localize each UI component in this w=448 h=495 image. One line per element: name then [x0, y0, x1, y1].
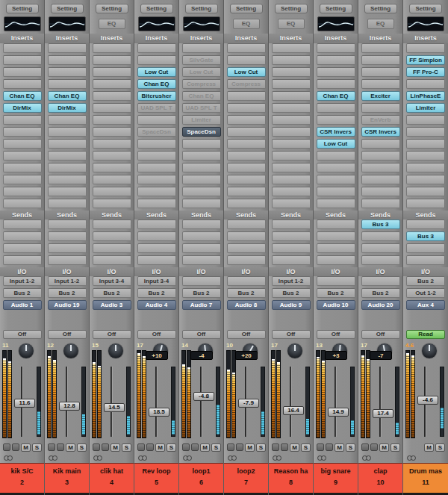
insert-slot[interactable]: DirMix — [48, 103, 87, 113]
track-label[interactable]: Audio 1 — [3, 300, 42, 310]
fader-cap[interactable]: 17.4 — [373, 409, 393, 418]
insert-slot[interactable] — [137, 115, 176, 125]
nameplate[interactable]: loop1 6 — [179, 463, 223, 493]
insert-slot[interactable] — [361, 187, 400, 196]
insert-slot[interactable] — [361, 163, 400, 172]
output-slot[interactable]: Out 1-2 — [406, 288, 445, 298]
automation-button[interactable]: Off — [317, 330, 355, 339]
input-monitor-button[interactable] — [281, 443, 288, 451]
automation-button[interactable]: Off — [93, 330, 131, 339]
insert-slot[interactable] — [272, 175, 311, 184]
fader-track[interactable] — [379, 367, 382, 437]
insert-slot[interactable] — [406, 115, 445, 125]
automation-button[interactable]: Off — [227, 330, 266, 339]
input-slot[interactable]: Input 1-2 — [272, 276, 311, 286]
insert-slot[interactable] — [48, 127, 87, 137]
setting-button[interactable]: Setting — [140, 4, 173, 13]
mute-button[interactable]: M — [335, 443, 344, 452]
track-label[interactable]: Audio 4 — [137, 300, 176, 310]
send-slot[interactable] — [93, 243, 131, 253]
insert-slot[interactable] — [227, 139, 266, 149]
eq-curve-display[interactable] — [183, 16, 220, 31]
send-slot[interactable] — [317, 220, 355, 229]
automation-button[interactable]: Off — [272, 330, 311, 339]
record-button[interactable] — [137, 443, 145, 451]
stereo-format-icon[interactable] — [52, 455, 57, 461]
eq-curve-display[interactable] — [4, 16, 41, 31]
insert-slot[interactable] — [406, 187, 445, 196]
insert-slot[interactable] — [3, 79, 42, 89]
send-slot[interactable] — [227, 255, 266, 265]
insert-slot[interactable]: Limiter — [406, 103, 445, 113]
send-slot[interactable] — [361, 255, 400, 265]
insert-slot[interactable] — [406, 199, 445, 208]
fader-track[interactable] — [335, 367, 337, 437]
send-slot[interactable] — [48, 220, 87, 229]
send-slot[interactable]: Bus 3 — [406, 231, 445, 241]
output-slot[interactable]: Bus 2 — [182, 288, 221, 298]
nameplate[interactable]: kik S/C 2 — [0, 463, 44, 493]
fader-track[interactable] — [111, 367, 113, 437]
eq-curve-display[interactable] — [49, 16, 86, 31]
insert-slot[interactable]: SilvGate — [182, 55, 221, 65]
send-slot[interactable] — [227, 231, 266, 241]
output-slot[interactable]: Bus 2 — [272, 288, 311, 298]
insert-slot[interactable] — [406, 43, 445, 53]
insert-slot[interactable] — [3, 139, 42, 149]
insert-slot[interactable]: Chan EQ — [137, 79, 176, 89]
send-slot[interactable] — [3, 231, 42, 241]
send-slot[interactable] — [227, 243, 266, 253]
send-slot[interactable] — [93, 255, 131, 265]
insert-slot[interactable]: CSR Invers — [361, 127, 400, 137]
insert-slot[interactable] — [48, 175, 87, 184]
automation-button[interactable]: Off — [3, 330, 42, 339]
insert-slot[interactable]: Low Cut — [227, 67, 266, 77]
insert-slot[interactable] — [317, 187, 355, 196]
setting-button[interactable]: Setting — [185, 4, 218, 13]
insert-slot[interactable] — [3, 151, 42, 161]
output-slot[interactable]: Bus 2 — [3, 288, 42, 298]
solo-button[interactable]: S — [346, 443, 355, 452]
record-button[interactable] — [182, 443, 190, 451]
insert-slot[interactable] — [48, 79, 87, 89]
input-slot[interactable]: Input 1-2 — [48, 276, 87, 286]
nameplate[interactable]: clap 10 — [358, 463, 402, 493]
send-slot[interactable] — [48, 243, 87, 253]
nameplate[interactable]: clik hat 4 — [90, 463, 134, 493]
insert-slot[interactable]: Chan EQ — [3, 91, 42, 101]
insert-slot[interactable]: Limiter — [182, 115, 221, 125]
insert-slot[interactable] — [182, 139, 221, 149]
solo-button[interactable]: S — [122, 443, 131, 452]
input-monitor-button[interactable] — [102, 443, 109, 451]
insert-slot[interactable] — [406, 175, 445, 184]
eq-text-button[interactable]: EQ — [367, 19, 394, 29]
insert-slot[interactable] — [3, 175, 42, 184]
fader-track[interactable] — [290, 367, 292, 437]
eq-curve-display[interactable] — [407, 16, 444, 31]
output-slot[interactable]: Bus 2 — [227, 288, 266, 298]
stereo-format-icon[interactable] — [187, 455, 192, 461]
insert-slot[interactable]: Bitcrusher — [137, 91, 176, 101]
eq-text-button[interactable]: EQ — [278, 19, 305, 29]
mute-button[interactable]: M — [290, 443, 299, 452]
insert-slot[interactable] — [272, 127, 311, 137]
stereo-format-icon[interactable] — [97, 455, 102, 461]
track-label[interactable]: Audio 10 — [317, 300, 355, 310]
insert-slot[interactable] — [227, 199, 266, 208]
insert-slot[interactable] — [317, 199, 355, 208]
insert-slot[interactable] — [48, 139, 87, 149]
track-label[interactable]: Aux 4 — [406, 300, 445, 310]
insert-slot[interactable] — [93, 139, 131, 149]
send-slot[interactable] — [93, 220, 131, 229]
insert-slot[interactable] — [137, 139, 176, 149]
insert-slot[interactable]: Chan EQ — [48, 91, 87, 101]
insert-slot[interactable] — [182, 43, 221, 53]
insert-slot[interactable] — [227, 55, 266, 65]
solo-button[interactable]: S — [32, 443, 42, 452]
insert-slot[interactable] — [3, 67, 42, 77]
record-button[interactable] — [272, 443, 279, 451]
setting-button[interactable]: Setting — [409, 4, 442, 13]
record-button[interactable] — [317, 443, 324, 451]
send-slot[interactable] — [406, 255, 445, 265]
insert-slot[interactable] — [48, 67, 87, 77]
